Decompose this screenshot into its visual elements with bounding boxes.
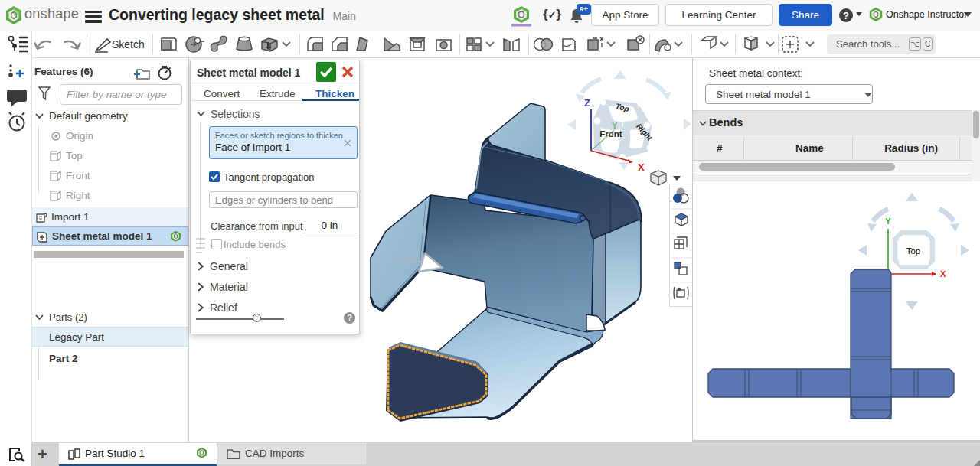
- svg-text:?: ?: [843, 10, 849, 21]
- svg-text:Front: Front: [599, 129, 622, 138]
- svg-text:Sketch: Sketch: [112, 38, 145, 51]
- svg-text:Y: Y: [612, 121, 618, 130]
- svg-text:Z: Z: [584, 97, 590, 109]
- svg-text:Y: Y: [885, 217, 891, 226]
- svg-text:Top: Top: [906, 246, 921, 256]
- svg-text:X: X: [940, 269, 946, 279]
- svg-text:X: X: [638, 161, 645, 173]
